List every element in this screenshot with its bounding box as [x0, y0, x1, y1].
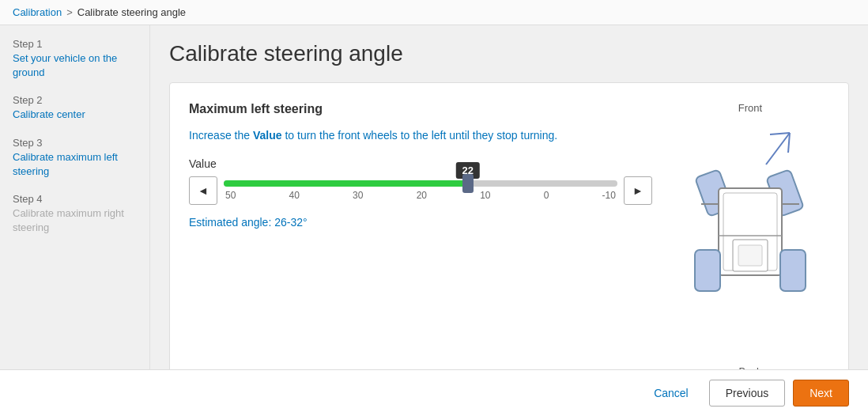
slider-ticks: 50 40 30 20 10 0 -10	[224, 190, 617, 201]
car-front-label: Front	[738, 102, 762, 114]
sidebar-step-3-label: Calibrate maximum left steering	[13, 150, 137, 179]
breadcrumb-parent[interactable]: Calibration	[13, 6, 62, 18]
value-label: Value	[189, 157, 652, 170]
slider-decrease-button[interactable]: ◄	[189, 176, 217, 205]
car-svg-wrapper: Front	[679, 102, 821, 369]
car-diagram: Front	[671, 102, 829, 369]
right-arrow-icon: ►	[632, 184, 643, 197]
tick-40: 40	[289, 190, 300, 201]
footer: Cancel Previous Next	[0, 369, 868, 416]
svg-rect-13	[780, 250, 806, 291]
sidebar-step-2-label: Calibrate center	[13, 108, 137, 122]
breadcrumb-separator: >	[66, 6, 73, 18]
cancel-button[interactable]: Cancel	[641, 380, 701, 406]
slider-increase-button[interactable]: ►	[624, 176, 652, 205]
sidebar-step-4: Step 4 Calibrate maximum right steering	[13, 193, 137, 235]
slider-thumb[interactable]	[462, 174, 474, 193]
page-title: Calibrate steering angle	[169, 41, 849, 66]
estimated-angle: Estimated angle: 26-32°	[189, 216, 652, 229]
tick-30: 30	[353, 190, 363, 201]
breadcrumb-current: Calibrate steering angle	[77, 6, 186, 18]
sidebar-step-3: Step 3 Calibrate maximum left steering	[13, 137, 137, 179]
content-area: Calibrate steering angle Maximum left st…	[150, 25, 868, 369]
slider-track[interactable]	[224, 180, 617, 187]
slider-track-wrapper: 22 50 40 30 20 10 0 -10	[224, 180, 617, 201]
sidebar-step-2: Step 2 Calibrate center	[13, 94, 137, 122]
main-layout: Step 1 Set your vehicle on the ground St…	[0, 25, 868, 369]
previous-button[interactable]: Previous	[709, 380, 785, 407]
sidebar: Step 1 Set your vehicle on the ground St…	[0, 25, 150, 369]
tick-neg10: -10	[602, 190, 616, 201]
svg-line-1	[770, 133, 790, 134]
tick-20: 20	[417, 190, 427, 201]
sidebar-step-4-number: Step 4	[13, 193, 137, 205]
breadcrumb-bar: Calibration > Calibrate steering angle	[0, 0, 868, 25]
card-left: Maximum left steering Increase the Value…	[189, 102, 652, 369]
instruction-text: Increase the Value to turn the front whe…	[189, 129, 652, 142]
sidebar-step-3-number: Step 3	[13, 137, 137, 149]
sidebar-step-1: Step 1 Set your vehicle on the ground	[13, 38, 137, 80]
next-button[interactable]: Next	[793, 380, 849, 407]
svg-line-0	[766, 133, 790, 165]
tick-0: 0	[544, 190, 549, 201]
slider-container: ◄ 22 50 40 30 20 10	[189, 176, 652, 205]
sidebar-step-1-label: Set your vehicle on the ground	[13, 51, 137, 80]
section-title: Maximum left steering	[189, 102, 652, 116]
left-arrow-icon: ◄	[198, 184, 209, 197]
car-illustration	[679, 117, 821, 362]
sidebar-step-2-number: Step 2	[13, 94, 137, 106]
sidebar-step-1-number: Step 1	[13, 38, 137, 50]
slider-fill	[224, 180, 468, 187]
main-card: Maximum left steering Increase the Value…	[169, 82, 849, 369]
svg-rect-12	[695, 250, 720, 291]
svg-rect-15	[738, 245, 762, 266]
sidebar-step-4-label: Calibrate maximum right steering	[13, 206, 137, 235]
tick-50: 50	[225, 190, 236, 201]
tick-10: 10	[480, 190, 490, 201]
